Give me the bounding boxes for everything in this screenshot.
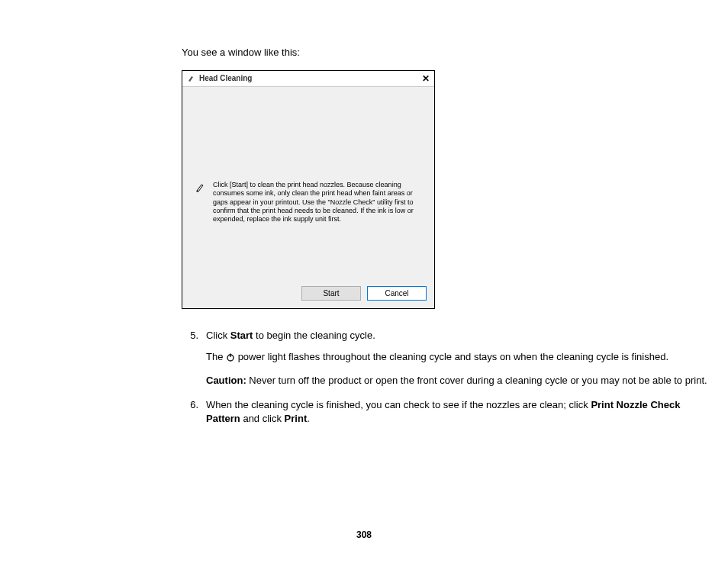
app-icon xyxy=(187,75,195,82)
head-cleaning-dialog: Head Cleaning ✕ Click [Start] to clean t… xyxy=(182,70,435,309)
step-number: 5. xyxy=(182,329,206,388)
close-icon[interactable]: ✕ xyxy=(422,74,430,83)
cancel-button[interactable]: Cancel xyxy=(367,286,427,301)
clean-tool-icon xyxy=(195,181,205,193)
dialog-titlebar: Head Cleaning ✕ xyxy=(182,71,434,86)
dialog-body: Click [Start] to clean the print head no… xyxy=(182,86,434,308)
start-button[interactable]: Start xyxy=(301,286,361,301)
intro-text: You see a window like this: xyxy=(182,46,708,60)
step-number: 6. xyxy=(182,398,206,426)
step5-line1: Click Start to begin the cleaning cycle. xyxy=(206,329,708,343)
step6-text: When the cleaning cycle is finished, you… xyxy=(206,398,708,426)
step5-caution: Caution: Never turn off the product or o… xyxy=(206,374,708,388)
step-5: 5. Click Start to begin the cleaning cyc… xyxy=(182,329,708,388)
step-6: 6. When the cleaning cycle is finished, … xyxy=(182,398,708,426)
step5-line2: The power light flashes throughout the c… xyxy=(206,350,708,365)
dialog-title: Head Cleaning xyxy=(199,73,252,84)
power-icon xyxy=(226,352,235,365)
page-number: 308 xyxy=(0,529,728,542)
dialog-body-text: Click [Start] to clean the print head no… xyxy=(213,181,422,224)
